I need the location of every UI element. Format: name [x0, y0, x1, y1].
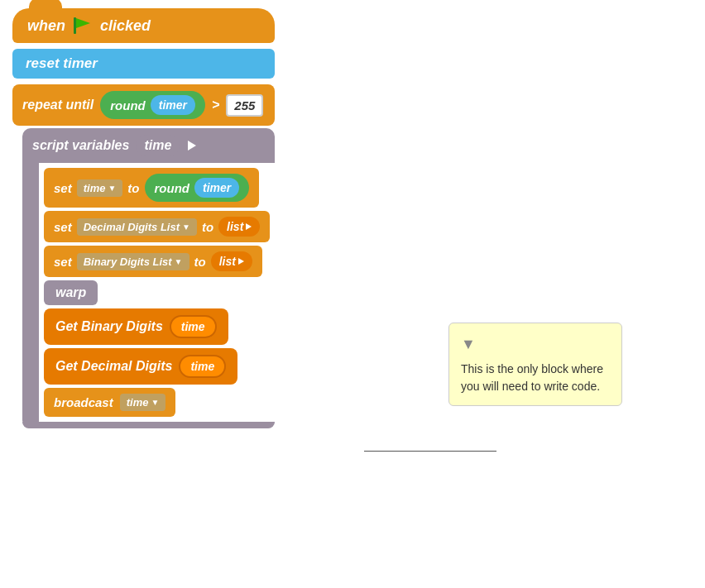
- warp-row: warp: [39, 280, 275, 305]
- get-decimal-block[interactable]: Get Decimal Digits time: [44, 348, 237, 385]
- warp-label: warp: [55, 285, 86, 299]
- tooltip-box: This is the only block where you will ne…: [448, 323, 622, 406]
- set-label-2: set: [54, 220, 72, 234]
- script-variables-header[interactable]: script variables time: [22, 128, 275, 163]
- round-timer-pill-2: round timer: [145, 174, 250, 202]
- set-label-3: set: [54, 255, 72, 269]
- connector-line: [364, 451, 496, 452]
- dropdown-arrow-1: ▼: [108, 184, 116, 193]
- to-label-2: to: [202, 220, 213, 234]
- broadcast-label: broadcast: [54, 395, 113, 409]
- binary-dropdown[interactable]: Binary Digits List ▼: [77, 253, 189, 270]
- time-dropdown[interactable]: time ▼: [77, 179, 123, 197]
- get-decimal-label: Get Decimal Digits: [55, 359, 172, 374]
- c-block-footer: [22, 422, 275, 428]
- list-pill-1: list: [218, 217, 260, 237]
- set-label-1: set: [54, 181, 72, 195]
- set-time-block[interactable]: set time ▼ to round timer: [44, 168, 259, 208]
- warp-block[interactable]: warp: [44, 280, 98, 305]
- repeat-until-block[interactable]: repeat until round timer > 255: [12, 84, 275, 126]
- set-decimal-row: set Decimal Digits List ▼ to list: [39, 211, 275, 242]
- get-binary-row: Get Binary Digits time: [39, 308, 275, 345]
- dropdown-arrow-4: ▼: [151, 398, 159, 407]
- to-label-3: to: [194, 255, 206, 269]
- round-label: round: [110, 98, 146, 112]
- operator-label: >: [212, 98, 219, 112]
- svg-marker-1: [76, 18, 90, 28]
- set-binary-block[interactable]: set Binary Digits List ▼ to list: [44, 246, 262, 277]
- decimal-dropdown[interactable]: Decimal Digits List ▼: [77, 218, 197, 236]
- round-timer-pill: round timer: [100, 91, 205, 119]
- svg-rect-0: [74, 17, 76, 34]
- green-flag-icon: [72, 17, 94, 35]
- scratch-area: when clicked reset timer repeat until ro…: [0, 0, 705, 588]
- outer-c-block: script variables time set time ▼: [22, 128, 275, 428]
- get-binary-block[interactable]: Get Binary Digits time: [44, 308, 228, 345]
- timer-label: timer: [159, 98, 187, 112]
- timer-inner-2: timer: [194, 178, 239, 198]
- broadcast-block[interactable]: broadcast time ▼: [44, 388, 175, 417]
- list-pill-2: list: [211, 251, 252, 271]
- list-arrow-2: [238, 258, 244, 265]
- value-label: 255: [234, 98, 255, 112]
- broadcast-row: broadcast time ▼: [39, 388, 275, 417]
- reset-timer-label: reset timer: [26, 55, 98, 71]
- when-label: when: [27, 17, 65, 35]
- time-var-label: time: [144, 138, 171, 152]
- set-time-row: set time ▼ to round timer: [39, 168, 275, 208]
- blocks-stack: when clicked reset timer repeat until ro…: [12, 8, 275, 428]
- dropdown-arrow-2: ▼: [182, 222, 190, 232]
- reset-timer-block[interactable]: reset timer: [12, 49, 275, 79]
- arrow-icon: [188, 141, 196, 151]
- script-variables-label: script variables: [32, 138, 129, 153]
- c-block-body: set time ▼ to round timer: [39, 163, 275, 422]
- round-label-2: round: [155, 181, 190, 195]
- list-arrow-1: [246, 223, 252, 230]
- dropdown-arrow-3: ▼: [175, 257, 183, 266]
- clicked-label: clicked: [100, 17, 151, 35]
- timer-inner-pill: timer: [151, 95, 195, 115]
- hat-block[interactable]: when clicked: [12, 8, 275, 43]
- set-binary-row: set Binary Digits List ▼ to list: [39, 246, 275, 277]
- repeat-until-label: repeat until: [22, 98, 94, 112]
- get-binary-label: Get Binary Digits: [55, 319, 163, 334]
- get-decimal-row: Get Decimal Digits time: [39, 348, 275, 385]
- to-label-1: to: [127, 181, 139, 195]
- time-pill-1: time: [170, 315, 217, 338]
- broadcast-dropdown[interactable]: time ▼: [120, 394, 166, 411]
- set-decimal-block[interactable]: set Decimal Digits List ▼ to list: [44, 211, 270, 242]
- time-var-pill: time: [136, 135, 180, 156]
- tooltip-text: This is the only block where you will ne…: [461, 362, 603, 393]
- value-box[interactable]: 255: [226, 94, 263, 117]
- time-pill-2: time: [179, 355, 226, 378]
